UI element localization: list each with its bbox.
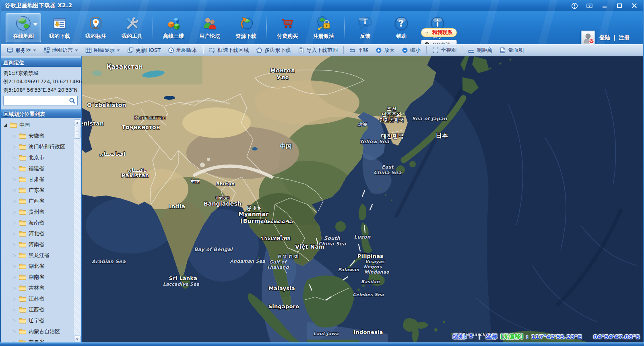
folder-icon (19, 285, 26, 291)
map-toolbar-item-polygon[interactable]: 多边形下载 (252, 45, 294, 55)
toolbar-item-cart[interactable]: 付费购买 (270, 13, 305, 42)
map-toolbar-item-grid[interactable]: 地图语言 (40, 45, 82, 55)
coord-longitude: 117°42'53.23"E (531, 334, 582, 340)
tree-item-province[interactable]: ▷ 湖南省 (0, 272, 81, 282)
tree-item-label: 内蒙古自治区 (29, 328, 60, 335)
toolbar-separator (153, 15, 153, 40)
tree-item-province[interactable]: ▷ 辽宁省 (0, 315, 81, 326)
toolbar-item-globe[interactable]: 在线地图 (6, 13, 41, 42)
tree-item-province[interactable]: ▷ 澳门特别行政区 (0, 141, 81, 152)
tree-item-province[interactable]: ▷ 贵州省 (0, 206, 81, 217)
avatar[interactable] (581, 31, 595, 45)
sidebar: 查询定位 例1:北京紫禁城 例2:104.09691724,30.6211486… (0, 56, 82, 342)
tree-item-province[interactable]: ▷ 海南省 (0, 217, 81, 228)
map-toolbar-item-server[interactable]: 服务器 (3, 45, 40, 55)
tree-item-province[interactable]: ▷ 湖北省 (0, 261, 81, 272)
contact-me-button[interactable]: 和我联系 (421, 28, 457, 37)
map-toolbar-item-update[interactable]: 更新HOST (124, 45, 164, 55)
toolbar-item-icon (238, 15, 254, 31)
toolbar-item-cubes[interactable]: 离线三维 (156, 13, 191, 42)
toolbar-item-label: 我的工具 (122, 33, 142, 40)
maximize-icon[interactable] (616, 2, 623, 9)
tree-item-label: 北京市 (29, 154, 44, 161)
login-link[interactable]: 登陆 (599, 34, 610, 41)
map-toolbar-item-zoomin[interactable]: 放大 (372, 45, 398, 55)
map-toolbar-item-icon (127, 47, 134, 54)
contact-me-label: 和我联系 (432, 29, 452, 36)
map-toolbar-item-label: 框选下载区域 (217, 47, 249, 54)
minimize-icon[interactable] (601, 2, 608, 9)
tree-collapsed-icon: ▷ (13, 221, 17, 225)
tree-collapsed-icon: ▷ (13, 286, 17, 290)
map-toolbar-item-pan[interactable]: 平移 (346, 45, 372, 55)
map-toolbar-item-sheet[interactable]: 图幅显示 (82, 45, 124, 55)
tree-item-province[interactable]: ▷ 福建省 (0, 163, 81, 174)
tree-item-province[interactable]: ▷ 宁夏省 (0, 337, 81, 342)
tree-item-label: 湖南省 (29, 274, 44, 281)
folder-icon (19, 328, 26, 334)
toolbar-item-label: 我的标注 (85, 33, 106, 40)
scroll-up-button[interactable]: ∧ (74, 119, 80, 126)
map-toolbar-item-boxsel[interactable]: 框选下载区域 (205, 45, 252, 55)
tree-item-label: 福建省 (29, 165, 44, 172)
tree-item-china[interactable]: 中国 (0, 119, 81, 130)
tree-item-province[interactable]: ▷ 甘肃省 (0, 174, 81, 185)
tree-item-label: 贵州省 (29, 208, 44, 216)
tree-item-label: 黑龙江省 (29, 252, 50, 259)
map-toolbar-item-label: 多边形下载 (264, 47, 291, 54)
toolbar-item-icon (393, 15, 409, 31)
map-toolbar-item-icon (85, 47, 92, 54)
tree-item-province[interactable]: ▷ 广西省 (0, 196, 81, 206)
tree-item-province[interactable]: ▷ 江苏省 (0, 293, 81, 304)
search-example-3: 例3:108° 56′33″E,34° 20′33″N (3, 86, 78, 94)
tree-item-label: 江西省 (29, 306, 44, 313)
tree-item-province[interactable]: ▷ 内蒙古自治区 (0, 326, 81, 337)
scroll-down-button[interactable]: ∨ (74, 336, 80, 342)
map-toolbar-item-label: 全视图 (441, 47, 456, 54)
tree-collapsed-icon: ▷ (13, 199, 17, 203)
tray-icon[interactable] (586, 2, 593, 9)
map-toolbar-item-fullview[interactable]: 全视图 (429, 45, 460, 55)
search-input[interactable] (4, 96, 66, 105)
toolbar-item-users[interactable]: 用户论坛 (192, 13, 227, 42)
scroll-thumb[interactable] (74, 127, 80, 139)
window-border-left (0, 0, 1, 346)
search-button[interactable] (66, 96, 77, 105)
toolbar-item-label: 付费购买 (277, 33, 298, 40)
toolbar-item-label: 资源下载 (235, 33, 256, 40)
map-toolbar-item-ruler[interactable]: 测距离 (464, 45, 496, 55)
toolbar-item-help[interactable]: 帮助 (384, 13, 419, 42)
map-toolbar-item-zoomout[interactable]: 缩小 (398, 45, 424, 55)
folder-icon (19, 231, 26, 237)
tree-item-province[interactable]: ▷ 河南省 (0, 239, 81, 250)
info-icon[interactable] (571, 2, 578, 9)
close-icon[interactable] (631, 2, 638, 9)
tree-item-province[interactable]: ▷ 吉林省 (0, 282, 81, 293)
tree-collapsed-icon: ▷ (13, 145, 17, 149)
toolbar-item-feedback[interactable]: 反馈 (347, 13, 383, 42)
map-toolbar-item-clock[interactable]: 地图版本 (164, 45, 201, 55)
toolbar-item-globedl[interactable]: 资源下载 (228, 13, 264, 42)
toolbar-item-tools[interactable]: 我的工具 (114, 13, 150, 42)
tree-item-province[interactable]: ▷ 广东省 (0, 185, 81, 196)
tree-scrollbar[interactable]: ∧ ∨ (74, 119, 80, 342)
tree-item-province[interactable]: ▷ 河北省 (0, 228, 81, 239)
tree-item-province[interactable]: ▷ 北京市 (0, 152, 81, 163)
toolbar-item-pin[interactable]: 我的标注 (78, 13, 114, 42)
toolbar-item-icon (52, 15, 68, 31)
tree-item-province[interactable]: ▷ 黑龙江省 (0, 250, 81, 261)
toolbar-item-lockglobe[interactable]: 注册激活 (306, 13, 341, 42)
tree-item-province[interactable]: ▷ 安徽省 (0, 130, 81, 141)
register-link[interactable]: 注册 (619, 34, 630, 41)
map-toolbar-item-import[interactable]: 导入下载范围 (294, 45, 341, 55)
map-toolbar-item-area[interactable]: 量面积 (496, 45, 527, 55)
folder-icon (19, 274, 26, 280)
map-canvas[interactable]: ҚазақстанМонгол УлсO`zbekistonКыргызстан… (82, 56, 644, 342)
toolbar-item-downlist[interactable]: 我的下载 (42, 13, 77, 42)
search-example-2: 例2:104.09691724,30.62114865 (3, 77, 78, 86)
toolbar-item-icon (124, 15, 140, 31)
search-panel-body: 例1:北京紫禁城 例2:104.09691724,30.62114865 例3:… (0, 67, 81, 108)
coord-label: 坐标 (486, 333, 497, 340)
tree-item-province[interactable]: ▷ 江西省 (0, 304, 81, 315)
tree-item-label: 辽宁省 (29, 317, 44, 324)
